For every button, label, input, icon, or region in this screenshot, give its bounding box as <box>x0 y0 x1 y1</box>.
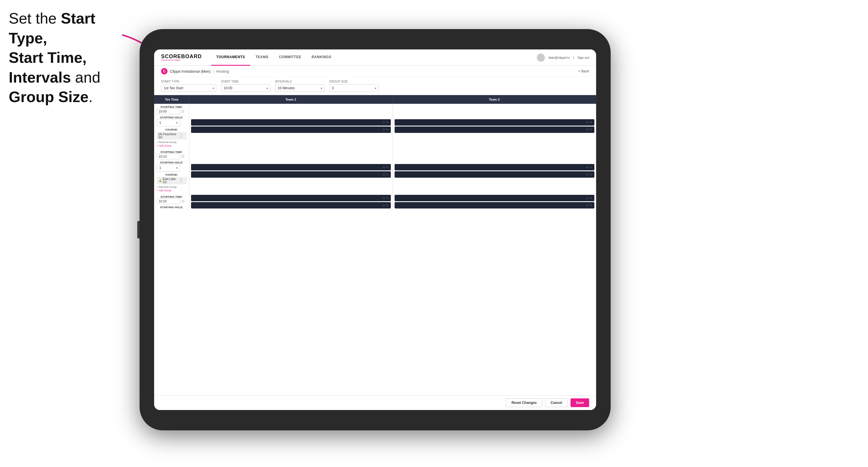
team1-col-3: ✕ ✎ ✕ ✎ <box>189 194 393 211</box>
slot-edit-icon-6-1[interactable]: ✎ <box>590 196 592 200</box>
player-slot-4-1: ✕ ✎ <box>395 164 594 170</box>
slot-icons-2-2: ✕ ✎ <box>586 128 592 131</box>
starting-time-input-1[interactable] <box>157 108 180 114</box>
starting-time-input-3[interactable] <box>157 198 180 204</box>
slot-edit-icon-4-1[interactable]: ✎ <box>590 166 592 169</box>
start-time-select[interactable]: 10:00 10:10 10:20 <box>221 84 271 92</box>
add-group-btn-2[interactable]: + Add Group <box>157 189 187 192</box>
slot-x-icon-5-1[interactable]: ✕ <box>383 196 385 200</box>
slot-edit-icon-2-2[interactable]: ✎ <box>590 128 592 131</box>
starting-time-input-row-2: 🕐 <box>157 154 187 159</box>
tablet-screen: SCOREBOARD Powered by clippd TOURNAMENTS… <box>154 50 596 410</box>
slot-edit-icon-1-2[interactable]: ✎ <box>386 128 389 131</box>
starting-hole-select-1[interactable]: 1 10 <box>157 119 180 126</box>
slot-x-icon-3-1[interactable]: ✕ <box>383 166 385 169</box>
slot-icons-6-1: ✕ ✎ <box>586 196 592 200</box>
course-edit-1[interactable]: ✕ ✎ <box>180 133 185 139</box>
player-slot-1-2: ✕ ✎ <box>191 126 391 133</box>
slot-x-icon-1-2[interactable]: ✕ <box>383 128 385 131</box>
player-slot-4-2: ✕ ✎ <box>395 171 594 178</box>
player-slot-1-1: ✕ ✎ <box>191 119 391 126</box>
start-type-select[interactable]: 1st Tee Start Shotgun Start <box>161 84 216 92</box>
player-slot-5-2: ✕ ✎ <box>191 202 391 209</box>
intervals-group: Intervals 10 Minutes 8 Minutes 12 Minute… <box>275 80 324 92</box>
team2-col-3: ✕ ✎ ✕ ✎ <box>393 194 596 211</box>
col-team1: Team 1 <box>189 95 393 104</box>
add-group-btn-1[interactable]: + Add Group <box>157 144 187 147</box>
slot-x-icon-2-1[interactable]: ✕ <box>586 121 589 124</box>
instruction-bold-4: Group Size <box>9 88 88 105</box>
instruction-bold-2: Start Time, <box>9 49 87 66</box>
slot-edit-icon-3-2[interactable]: ✎ <box>386 173 389 176</box>
starting-hole-select-2[interactable]: 1 10 <box>157 164 180 172</box>
slot-edit-icon-2-1[interactable]: ✎ <box>590 121 592 124</box>
save-button[interactable]: Save <box>570 398 589 407</box>
slot-edit-icon-3-1[interactable]: ✎ <box>386 166 389 169</box>
cancel-button[interactable]: Cancel <box>545 398 568 407</box>
slot-edit-icon-1-1[interactable]: ✎ <box>386 121 389 124</box>
group-row-1: STARTING TIME: 🕐 STARTING HOLE: 1 10 <box>154 104 596 149</box>
starting-time-input-row-3: 🕐 <box>157 198 187 204</box>
slot-edit-icon-5-1[interactable]: ✎ <box>386 196 389 200</box>
slot-x-icon-5-2[interactable]: ✕ <box>383 204 385 207</box>
nav-tab-tournaments[interactable]: TOURNAMENTS <box>211 50 250 66</box>
starting-hole-wrapper-1: 1 10 <box>157 119 180 126</box>
action-bar: Reset Changes Cancel Save <box>154 395 596 410</box>
starting-time-label-3: STARTING TIME: <box>157 195 187 198</box>
slot-edit-icon-6-2[interactable]: ✎ <box>590 204 592 207</box>
remove-group-btn-1[interactable]: ○ Remove Group <box>157 141 187 144</box>
nav-tab-committee[interactable]: COMMITTEE <box>274 50 307 66</box>
starting-hole-wrapper-2: 1 10 <box>157 164 180 172</box>
intervals-label: Intervals <box>275 80 324 83</box>
user-avatar <box>537 54 545 62</box>
slot-icons-1-2: ✕ ✎ <box>383 128 389 131</box>
intervals-wrapper: 10 Minutes 8 Minutes 12 Minutes <box>275 84 324 92</box>
player-slot-6-1: ✕ ✎ <box>395 195 594 201</box>
slot-x-icon-4-2[interactable]: ✕ <box>586 173 589 176</box>
slot-x-icon-6-1[interactable]: ✕ <box>586 196 589 200</box>
instruction-bold-3: Intervals <box>9 69 71 86</box>
tee-col-2: STARTING TIME: 🕐 STARTING HOLE: 1 10 <box>154 149 189 194</box>
slot-icons-5-1: ✕ ✎ <box>383 196 389 200</box>
clock-icon-3: 🕐 <box>181 200 184 203</box>
player-slot-3-1: ✕ ✎ <box>191 164 391 170</box>
sign-out-link[interactable]: Sign out <box>578 56 589 59</box>
starting-hole-label-2: STARTING HOLE: <box>157 161 187 164</box>
slot-icons-4-2: ✕ ✎ <box>586 173 592 176</box>
nav-tab-rankings[interactable]: RANKINGS <box>307 50 337 66</box>
course-edit-2[interactable]: ✕ ✎ <box>180 178 185 184</box>
slot-x-icon-1-1[interactable]: ✕ <box>383 121 385 124</box>
slot-icons-1-1: ✕ ✎ <box>383 121 389 124</box>
col-team2: Team 2 <box>393 95 596 104</box>
group-size-select[interactable]: 3 2 4 <box>329 84 379 92</box>
start-time-group: Start Time 10:00 10:10 10:20 <box>221 80 271 92</box>
slot-icons-3-1: ✕ ✎ <box>383 166 389 169</box>
back-button[interactable]: < Back <box>578 69 589 73</box>
slot-edit-icon-4-2[interactable]: ✎ <box>590 173 592 176</box>
slot-x-icon-6-2[interactable]: ✕ <box>586 204 589 207</box>
slot-x-icon-3-2[interactable]: ✕ <box>383 173 385 176</box>
starting-time-input-2[interactable] <box>157 154 180 159</box>
top-navigation: SCOREBOARD Powered by clippd TOURNAMENTS… <box>154 50 596 66</box>
slot-icons-3-2: ✕ ✎ <box>383 173 389 176</box>
instruction-text: Set the Start Type, Start Time, Interval… <box>9 9 119 107</box>
tee-col-1: STARTING TIME: 🕐 STARTING HOLE: 1 10 <box>154 104 189 149</box>
main-content: Tee Time Team 1 Team 2 STARTING TIME: 🕐 <box>154 95 596 395</box>
team1-col-2: ✕ ✎ ✕ ✎ <box>189 149 393 194</box>
slot-x-icon-4-1[interactable]: ✕ <box>586 166 589 169</box>
course-name-2: East Lake GC <box>163 177 179 184</box>
clock-icon-1: 🕐 <box>181 110 184 113</box>
logo-text: SCOREBOARD <box>161 54 202 59</box>
player-slot-2-1: ✕ ✎ <box>395 119 594 126</box>
breadcrumb-bar: C Clippd Invitational (Men) | Hosting < … <box>154 66 596 77</box>
remove-group-btn-2[interactable]: ○ Remove Group <box>157 186 187 188</box>
slot-x-icon-2-2[interactable]: ✕ <box>586 128 589 131</box>
course-name-1: (A) Peachtree GC <box>158 133 179 139</box>
col-tee-time: Tee Time <box>154 95 189 104</box>
slot-edit-icon-5-2[interactable]: ✎ <box>386 204 389 207</box>
reset-changes-button[interactable]: Reset Changes <box>506 398 542 407</box>
nav-tab-teams[interactable]: TEAMS <box>250 50 274 66</box>
group-size-wrapper: 3 2 4 <box>329 84 379 92</box>
slot-icons-6-2: ✕ ✎ <box>586 204 592 207</box>
intervals-select[interactable]: 10 Minutes 8 Minutes 12 Minutes <box>275 84 324 92</box>
